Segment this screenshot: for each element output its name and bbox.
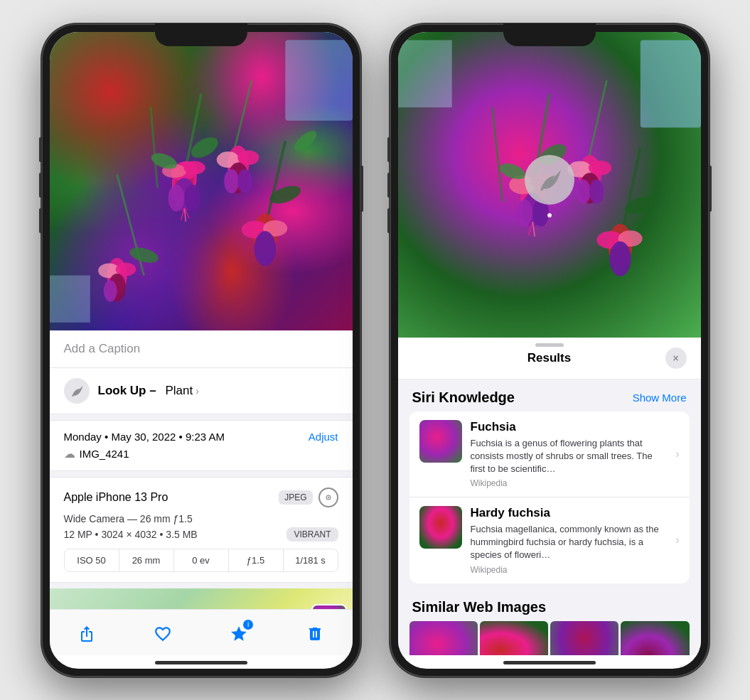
results-content: Siri Knowledge Show More Fuchsia — [398, 379, 701, 655]
similar-title: Similar Web Images — [412, 599, 547, 615]
svg-line-41 — [586, 80, 606, 168]
lookup-text[interactable]: Look Up – Plant › — [98, 384, 199, 398]
right-notch — [503, 23, 596, 46]
info-button[interactable]: i — [223, 618, 255, 650]
date-row: Monday • May 30, 2022 • 9:23 AM Adjust — [64, 431, 338, 443]
lookup-subject: Plant — [165, 384, 193, 398]
similar-img-3[interactable] — [550, 621, 618, 655]
filename-text: IMG_4241 — [80, 448, 129, 460]
drag-bar — [535, 343, 564, 347]
map-thumb-flower — [313, 605, 345, 609]
svg-point-25 — [254, 231, 275, 266]
exif-focal: 26 mm — [119, 549, 174, 571]
similar-img-2[interactable] — [480, 621, 548, 655]
svg-point-39 — [327, 496, 328, 497]
adjust-button[interactable]: Adjust — [309, 431, 338, 443]
close-button[interactable]: × — [665, 348, 687, 369]
filename-row: ☁ IMG_4241 — [64, 447, 338, 461]
svg-point-57 — [589, 179, 604, 203]
lookup-icon-bg — [64, 378, 90, 404]
svg-point-11 — [168, 184, 184, 211]
left-home-bar — [155, 661, 247, 664]
caption-placeholder[interactable]: Add a Caption — [64, 342, 141, 355]
lens-text: Wide Camera — 26 mm ƒ1.5 — [64, 513, 193, 524]
right-phone-inner: Results × Siri Knowledge Show More — [398, 32, 701, 669]
knowledge-item-hardy[interactable]: Hardy fuchsia Fuchsia magellanica, commo… — [409, 497, 690, 583]
hardy-source: Wikipedia — [471, 565, 668, 575]
heart-icon — [154, 625, 172, 643]
lens-row: Wide Camera — 26 mm ƒ1.5 — [64, 513, 338, 524]
map-thumbnail — [311, 604, 347, 609]
mp-row: 12 MP • 3024 × 4032 • 3.5 MB VIBRANT — [64, 527, 338, 542]
hardy-text: Hardy fuchsia Fuchsia magellanica, commo… — [471, 506, 668, 575]
hardy-name: Hardy fuchsia — [471, 506, 668, 520]
svg-point-28 — [267, 182, 303, 207]
flower-photo-left — [50, 32, 353, 330]
svg-rect-37 — [50, 275, 90, 322]
delete-button[interactable] — [299, 618, 331, 650]
siri-visual-lookup-icon[interactable] — [525, 155, 574, 205]
lookup-row[interactable]: Look Up – Plant › — [50, 368, 353, 414]
mp-text: 12 MP • 3024 × 4032 • 3.5 MB — [64, 529, 198, 540]
left-photo-area[interactable] — [50, 32, 353, 330]
siri-dot — [547, 213, 552, 217]
lookup-chevron: › — [195, 385, 199, 397]
similar-img-1[interactable] — [409, 621, 478, 655]
leaf-icon-right — [536, 166, 563, 193]
similar-images-header: Similar Web Images — [398, 589, 701, 621]
jpeg-badge: JPEG — [279, 490, 312, 505]
svg-rect-65 — [640, 40, 700, 127]
similar-img-4[interactable] — [621, 621, 689, 655]
fuchsia-thumbnail — [419, 420, 462, 463]
results-title: Results — [434, 351, 665, 365]
right-phone: Results × Siri Knowledge Show More — [390, 23, 709, 677]
share-icon — [78, 625, 95, 642]
svg-point-30 — [291, 127, 319, 154]
right-photo-area[interactable] — [398, 32, 701, 338]
knowledge-item-fuchsia[interactable]: Fuchsia Fuchsia is a genus of flowering … — [409, 411, 690, 498]
left-notch — [155, 23, 247, 46]
fuchsia-source: Wikipedia — [471, 478, 668, 488]
svg-point-18 — [237, 150, 259, 165]
hardy-chevron: › — [675, 534, 679, 546]
svg-rect-66 — [398, 40, 452, 107]
camera-badges: JPEG — [279, 488, 338, 507]
camera-icon-circle — [318, 488, 338, 507]
phones-container: Add a Caption Look Up – Plant › — [27, 9, 724, 691]
cloud-icon: ☁ — [64, 447, 75, 461]
svg-rect-36 — [285, 40, 353, 121]
camera-row: Apple iPhone 13 Pro JPEG — [64, 488, 338, 507]
camera-icon — [323, 492, 333, 502]
date-text: Monday • May 30, 2022 • 9:23 AM — [64, 431, 225, 443]
caption-area[interactable]: Add a Caption — [50, 330, 353, 368]
similar-images-row — [398, 621, 701, 655]
svg-point-61 — [609, 241, 631, 276]
favorite-button[interactable] — [147, 618, 178, 650]
fuchsia-name: Fuchsia — [471, 420, 668, 434]
fuchsia-thumb-img — [419, 420, 462, 463]
siri-knowledge-title: Siri Knowledge — [412, 389, 515, 406]
share-button[interactable] — [71, 618, 102, 650]
svg-point-21 — [237, 168, 252, 193]
siri-knowledge-header: Siri Knowledge Show More — [398, 379, 701, 411]
lookup-bold: Look Up – — [98, 384, 156, 398]
flower-svg-left — [50, 32, 353, 330]
svg-point-56 — [575, 179, 590, 203]
map-section[interactable] — [50, 588, 353, 609]
vibrant-badge: VIBRANT — [286, 527, 338, 542]
info-badge: i — [243, 620, 253, 630]
exif-row: ISO 50 26 mm 0 ev ƒ1.5 1/181 s — [64, 549, 338, 572]
svg-point-35 — [103, 280, 117, 301]
svg-point-64 — [622, 192, 658, 217]
show-more-button[interactable]: Show More — [633, 392, 687, 404]
svg-line-42 — [492, 107, 502, 202]
camera-section: Apple iPhone 13 Pro JPEG — [50, 477, 353, 583]
svg-point-29 — [127, 244, 159, 265]
bottom-toolbar: i — [50, 609, 353, 655]
exif-shutter: 1/181 s — [284, 549, 338, 571]
results-header: Results × — [398, 338, 701, 379]
date-section: Monday • May 30, 2022 • 9:23 AM Adjust ☁… — [50, 420, 353, 471]
hardy-thumbnail — [419, 506, 462, 549]
camera-name: Apple iPhone 13 Pro — [64, 491, 168, 504]
svg-point-12 — [184, 184, 200, 211]
